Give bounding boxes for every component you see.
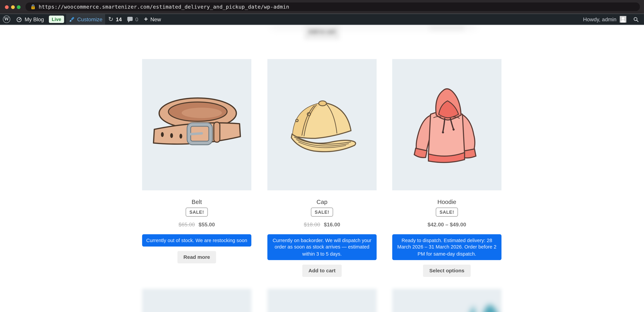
cap-illustration [280, 88, 364, 162]
product-title[interactable]: Belt [142, 198, 251, 206]
customize-menu-item[interactable]: Customize [66, 14, 105, 25]
browser-titlebar: https://woocommerce.smartenizer.com/esti… [0, 0, 644, 13]
availability-notice: Ready to dispatch. Estimated delivery: 2… [392, 234, 501, 260]
site-name-menu-item[interactable]: My Blog [13, 14, 47, 25]
lock-icon [31, 4, 35, 10]
updates-icon: ↻ [108, 16, 114, 22]
customize-label: Customize [77, 16, 102, 22]
browser-window: https://woocommerce.smartenizer.com/esti… [0, 0, 644, 312]
howdy-text: Howdy, admin [583, 16, 616, 22]
search-icon [633, 16, 639, 22]
next-row-product-image[interactable] [392, 289, 501, 312]
price-current: $16.00 [324, 222, 340, 228]
plus-icon: + [144, 16, 148, 22]
product-prices: $65.00$55.00 [142, 222, 251, 228]
wordpress-logo-icon: W [3, 15, 10, 23]
avatar [620, 16, 626, 23]
wp-admin-bar: W My Blog Live Customize ↻ [0, 13, 644, 25]
add-to-cart-button[interactable]: Add to cart [302, 264, 342, 277]
url-text: https://woocommerce.smartenizer.com/esti… [38, 4, 289, 10]
site-name-label: My Blog [25, 16, 44, 22]
availability-notice: Currently out of stock. We are restockin… [142, 234, 251, 246]
price-old: $65.00 [178, 222, 195, 228]
comments-count: 0 [136, 16, 138, 22]
live-badge: Live [49, 16, 64, 23]
product-image-hoodie[interactable] [392, 59, 501, 190]
product-title[interactable]: Hoodie [392, 198, 501, 206]
hoodie-illustration [408, 82, 486, 167]
read-more-button[interactable]: Read more [177, 251, 216, 263]
product-card-belt: Belt SALE! $65.00$55.00 Currently out of… [142, 59, 251, 263]
price-old: $18.00 [304, 222, 320, 228]
product-card-cap: Cap SALE! $18.00$16.00 Currently on back… [268, 59, 376, 277]
select-options-button[interactable]: Select options [423, 264, 470, 277]
product-card-hoodie: Hoodie SALE! $42.00 – $49.00 Ready to di… [392, 59, 501, 277]
comment-bubble-icon [128, 17, 133, 21]
wordpress-menu-item[interactable]: W [0, 14, 13, 25]
comments-menu-item[interactable]: 0 [124, 14, 141, 25]
previous-row-remnant-blob [430, 25, 464, 30]
brush-icon [69, 16, 75, 22]
minimize-window-button[interactable] [11, 5, 14, 9]
maximize-window-button[interactable] [17, 5, 20, 9]
next-row-product-image[interactable] [142, 289, 251, 312]
close-window-button[interactable] [5, 5, 8, 9]
dashboard-icon [16, 16, 22, 22]
previous-row-add-to-cart-button[interactable]: Add to cart [304, 25, 340, 39]
sale-badge: SALE! [186, 208, 208, 216]
price-range: $42.00 – $49.00 [428, 222, 466, 228]
availability-notice: Currently on backorder. We will dispatch… [268, 234, 376, 260]
updates-menu-item[interactable]: ↻ 14 [105, 14, 124, 25]
address-bar[interactable]: https://woocommerce.smartenizer.com/esti… [26, 2, 640, 11]
new-content-menu-item[interactable]: + New [141, 14, 164, 25]
next-row-product-image[interactable] [268, 289, 376, 312]
product-image-cap[interactable] [268, 59, 376, 190]
product-image-belt[interactable] [142, 59, 251, 190]
price-current: $55.00 [198, 222, 215, 228]
updates-count: 14 [116, 16, 122, 22]
search-menu-item[interactable] [630, 14, 644, 25]
shop-page: Add to cart Belt SA [0, 25, 644, 312]
sale-badge: SALE! [436, 208, 458, 216]
product-title[interactable]: Cap [268, 198, 376, 206]
new-label: New [150, 16, 161, 22]
belt-illustration [148, 90, 245, 159]
product-prices: $42.00 – $49.00 [392, 222, 501, 228]
sunglasses-illustration [460, 297, 501, 312]
my-account-menu-item[interactable]: Howdy, admin [580, 14, 630, 25]
sale-badge: SALE! [311, 208, 333, 216]
product-prices: $18.00$16.00 [268, 222, 376, 228]
